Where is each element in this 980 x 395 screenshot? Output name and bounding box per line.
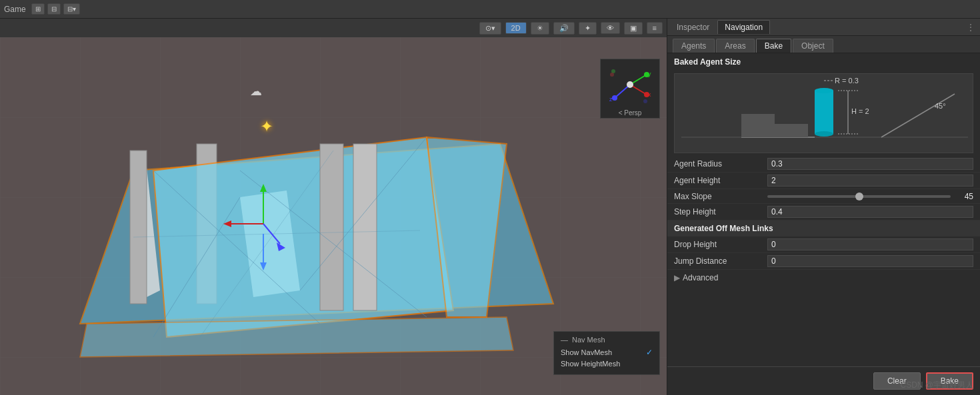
- show-heightmesh-label: Show HeightMesh: [561, 360, 620, 368]
- scene-area: ✦ ☁ y x z: [0, 37, 667, 395]
- cloud-icon: ☁: [250, 84, 262, 99]
- subtab-areas[interactable]: Areas: [716, 39, 754, 53]
- nav-mesh-title: Nav Mesh: [572, 336, 605, 344]
- svg-rect-56: [741, 114, 775, 124]
- max-slope-value: 45: [955, 192, 973, 201]
- nav-subtabs: Agents Areas Bake Object: [667, 36, 980, 53]
- agent-radius-row: Agent Radius: [667, 156, 980, 173]
- watermark: CSDN @宇宙好男人: [900, 380, 973, 391]
- show-navmesh-check: ✓: [646, 348, 653, 357]
- nav-mesh-dash: —: [561, 336, 568, 344]
- nav-mesh-header: — Nav Mesh: [561, 336, 653, 344]
- step-height-input[interactable]: [767, 206, 973, 218]
- sun-icon: ✦: [260, 117, 273, 136]
- top-bar: Game ⊞ ⊟ ⊟▾: [0, 0, 980, 19]
- inspector-content: Baked Agent Size R = 0.3: [667, 53, 980, 366]
- gizmo-svg: y x z: [607, 61, 653, 108]
- svg-text:H = 2: H = 2: [851, 107, 869, 115]
- inspector-more-icon[interactable]: ⋮: [964, 23, 977, 32]
- agent-diagram: R = 0.3 H = 2 0.4 45°: [674, 73, 973, 153]
- effects-btn[interactable]: ✦: [579, 22, 597, 35]
- max-slope-slider-row: 45: [767, 192, 973, 201]
- advanced-row[interactable]: ▶ Advanced: [667, 270, 980, 286]
- agent-diagram-svg: R = 0.3 H = 2 0.4 45°: [675, 74, 973, 153]
- show-heightmesh-row[interactable]: Show HeightMesh: [561, 360, 653, 368]
- subtab-object[interactable]: Object: [793, 39, 833, 53]
- persp-btn[interactable]: ⊙▾: [479, 22, 501, 35]
- step-height-label: Step Height: [674, 207, 767, 216]
- audio-btn[interactable]: 🔊: [553, 22, 575, 35]
- svg-point-36: [612, 95, 617, 101]
- gizmo-inner: y x z: [607, 61, 653, 108]
- more-btn[interactable]: ≡: [647, 22, 663, 34]
- 2d-btn[interactable]: 2D: [505, 22, 527, 34]
- jump-distance-input[interactable]: [767, 255, 973, 267]
- svg-text:z: z: [609, 96, 613, 103]
- svg-rect-9: [320, 144, 343, 310]
- agent-height-input[interactable]: [767, 175, 973, 187]
- aspect-btn[interactable]: ▣: [624, 22, 643, 35]
- drop-height-row: Drop Height: [667, 236, 980, 253]
- main-layout: ⊙▾ 2D ☀ 🔊 ✦ 👁 ▣ ≡: [0, 19, 980, 395]
- svg-point-38: [610, 73, 614, 77]
- drop-height-input[interactable]: [767, 238, 973, 250]
- agent-height-label: Agent Height: [674, 176, 767, 185]
- jump-distance-row: Jump Distance: [667, 253, 980, 270]
- viewport-toolbar: ⊙▾ 2D ☀ 🔊 ✦ 👁 ▣ ≡: [0, 19, 667, 37]
- max-slope-row: Max Slope 45: [667, 189, 980, 204]
- svg-point-43: [815, 88, 833, 93]
- watermark-text: CSDN @宇宙好男人: [900, 380, 973, 390]
- grid-toggle-btn[interactable]: ⊞: [31, 3, 45, 15]
- persp-label: < Persp: [619, 109, 642, 117]
- svg-marker-7: [153, 137, 453, 337]
- drop-height-label: Drop Height: [674, 240, 767, 249]
- svg-rect-55: [741, 124, 808, 137]
- svg-marker-12: [80, 317, 513, 357]
- jump-distance-label: Jump Distance: [674, 256, 767, 266]
- quality-btn[interactable]: 👁: [601, 22, 620, 34]
- subtab-agents[interactable]: Agents: [673, 39, 715, 53]
- svg-point-39: [643, 99, 647, 103]
- tab-navigation[interactable]: Navigation: [717, 20, 770, 34]
- baked-agent-size-title: Baked Agent Size: [667, 53, 980, 71]
- agent-height-row: Agent Height: [667, 173, 980, 189]
- nav-mesh-show-row[interactable]: Show NavMesh ✓: [561, 348, 653, 357]
- step-height-row: Step Height: [667, 204, 980, 220]
- svg-rect-5: [130, 151, 147, 304]
- gizmo-box: y x z < Persp: [600, 59, 660, 119]
- subtab-bake[interactable]: Bake: [756, 39, 791, 53]
- advanced-label: Advanced: [683, 273, 718, 282]
- agent-radius-input[interactable]: [767, 158, 973, 170]
- window-title: Game: [4, 5, 26, 14]
- svg-point-44: [815, 131, 833, 137]
- svg-text:45°: 45°: [935, 102, 946, 110]
- generated-links-title: Generated Off Mesh Links: [667, 220, 980, 236]
- ruler-btn[interactable]: ⊟▾: [63, 3, 80, 15]
- svg-point-35: [644, 92, 649, 97]
- nav-mesh-panel: — Nav Mesh Show NavMesh ✓ Show HeightMes…: [553, 331, 660, 375]
- viewport[interactable]: ⊙▾ 2D ☀ 🔊 ✦ 👁 ▣ ≡: [0, 19, 667, 395]
- toolbar-icons: ⊞ ⊟ ⊟▾: [31, 3, 80, 15]
- advanced-arrow-icon: ▶: [674, 273, 680, 282]
- light-btn[interactable]: ☀: [531, 22, 549, 35]
- show-navmesh-label: Show NavMesh: [561, 348, 612, 356]
- svg-rect-42: [815, 91, 833, 134]
- svg-point-34: [644, 72, 649, 77]
- layers-btn[interactable]: ⊟: [47, 3, 61, 15]
- svg-text:R = 0.3: R = 0.3: [835, 77, 859, 85]
- agent-radius-label: Agent Radius: [674, 159, 767, 169]
- tab-inspector[interactable]: Inspector: [670, 21, 716, 34]
- max-slope-slider[interactable]: [767, 195, 951, 198]
- max-slope-label: Max Slope: [674, 192, 767, 201]
- inspector-panel: Inspector Navigation ⋮ Agents Areas Bake…: [667, 19, 980, 395]
- svg-point-33: [627, 81, 633, 88]
- inspector-tabs: Inspector Navigation ⋮: [667, 19, 980, 36]
- svg-rect-10: [353, 144, 377, 310]
